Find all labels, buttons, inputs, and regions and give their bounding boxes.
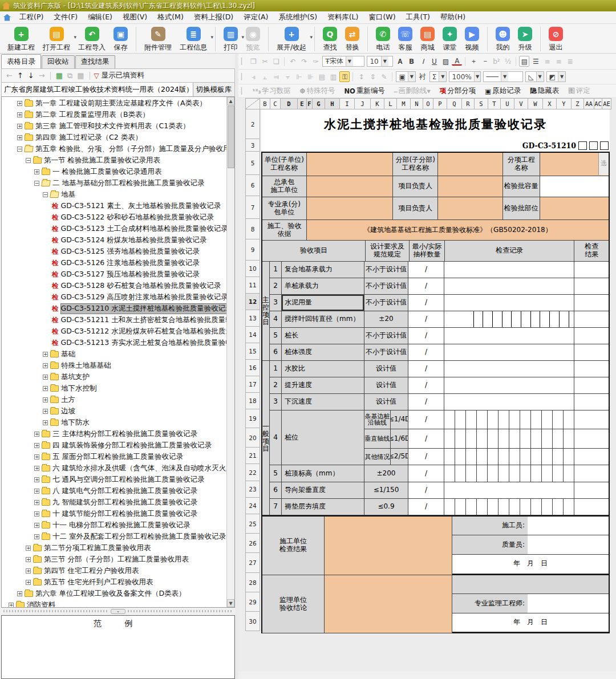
menu-item-评定A[interactable]: 评定(A) [238,11,273,23]
record-box-cell[interactable] [477,499,488,515]
dropdown-arrow-icon[interactable]: ▾ [210,34,213,40]
line-spacing-icon[interactable]: ⇕ [367,71,378,82]
align-justify-icon[interactable]: ≣ [565,56,575,67]
row-header-19[interactable]: 19 [245,409,260,428]
column-header-C[interactable]: C [270,98,281,109]
record-box-cell[interactable] [509,449,520,465]
info-value-cell[interactable] [540,197,609,220]
column-header-K[interactable]: K [371,98,384,109]
menu-item-帮助H[interactable]: 帮助(H) [435,11,471,23]
sample-cell[interactable]: / [408,449,444,465]
column-header-X[interactable]: X [543,98,557,109]
underline-icon[interactable]: U [429,56,439,67]
record-box-cell[interactable] [455,429,466,448]
project-info-button[interactable]: ≣工程信息▾ [176,25,211,53]
expand-collapse-button[interactable]: +展开/收起▾ [273,25,310,53]
record-box-cell[interactable] [509,465,520,482]
nav-up-icon[interactable]: ↑ [17,71,23,80]
tree-item[interactable]: +三 主体结构分部工程检验批施工质量验收记录 [2,428,228,440]
item-name-cell[interactable]: 下沉速度 [282,394,364,410]
sample-cell[interactable]: / [408,482,444,499]
sample-cell[interactable]: / [408,465,444,482]
expand-icon[interactable]: + [26,557,31,562]
item-no-cell[interactable]: 4 [270,311,282,328]
tree-item[interactable]: +四 建筑装饰装修分部工程检验批施工质量验收记录 [2,440,228,451]
result-cell[interactable] [574,429,609,449]
row-header-20[interactable]: 20 [245,428,260,448]
code-checkbox[interactable] [589,141,598,150]
tree-item[interactable]: 检GD-C3-5125 强夯地基检验批质量验收记录 [2,246,228,257]
dropdown-arrow-icon[interactable]: ▾ [310,34,313,40]
pattern-icon[interactable]: 衬 [418,71,428,82]
replace-button[interactable]: ⇄替换 [341,25,363,53]
record-box-cell[interactable] [520,465,531,482]
row-header-3[interactable]: 3 [245,139,260,152]
tree-item[interactable]: −第一节 检验批施工质量验收记录用表 [2,154,228,166]
column-header-AA[interactable]: AA [584,98,594,109]
cell-border-icon[interactable]: ▥ [328,71,338,82]
tree-item[interactable]: +一 检验批施工质量验收记录通用表 [2,166,228,177]
copy-icon[interactable]: ❐ [248,56,258,67]
record-box-cell[interactable] [466,449,477,465]
tree-item[interactable]: 检GD-C3-5123 土工合成材料地基检验批质量验收记录 [2,223,228,234]
record-cell[interactable] [444,361,574,377]
tree-item[interactable]: 检GD-C3-51212 水泥粉煤灰碎石桩复合地基检验批质量验收记录 [2,326,228,337]
cut-icon[interactable]: ✂ [260,56,270,67]
column-header-Y[interactable]: Y [557,98,572,109]
record-box-cell[interactable] [466,429,477,448]
tree-scrollbar[interactable]: ▲ ▼ [226,97,234,607]
column-header-I[interactable]: I [340,98,355,109]
column-header-AE[interactable]: AE [602,98,611,109]
row-header-24[interactable]: 24 [245,498,260,514]
item-name-cell[interactable]: 水泥用量 [282,295,364,311]
tree-item[interactable]: +基坑支护 [2,371,228,383]
sample-cell[interactable]: / [408,394,444,410]
bold-icon[interactable]: B [406,56,416,67]
date-cell[interactable]: 年 月 日 [452,613,609,632]
tree-item[interactable]: +消防资料 [2,599,228,607]
tree-item[interactable]: −第五章 检验批、分项、分部（子分部）施工质量及分户验收用表（C3类表） [2,143,228,154]
format-painter-icon[interactable]: ✑ [310,56,321,67]
info-value-cell[interactable] [307,197,393,220]
item-name-cell[interactable]: 水胶比 [282,361,364,377]
tree-item[interactable]: +第三章 施工管理和技术文件资料用表（C1类表） [2,120,228,132]
font-color-icon[interactable]: A [452,58,462,66]
record-box-cell[interactable] [530,311,540,327]
row-header-27[interactable]: 27 [245,553,260,573]
result-cell[interactable] [574,377,609,394]
menu-item-系统维护S[interactable]: 系统维护(S) [273,11,322,23]
dropdown-arrow-icon[interactable]: ▼ [501,72,508,82]
record-box-cell[interactable] [542,410,553,429]
tree-item[interactable]: +第三节 分部（子分部）工程施工质量验收用表 [2,554,228,565]
split-right-icon[interactable]: ⫤ [271,71,281,82]
expand-icon[interactable]: + [43,352,48,357]
record-box-cell[interactable] [444,410,455,429]
column-header-J[interactable]: J [355,98,371,109]
item-no-cell[interactable]: 6 [270,482,282,499]
menu-item-格式M[interactable]: 格式(M) [152,11,189,23]
item-no-cell[interactable]: 5 [270,328,282,344]
tree-item[interactable]: +九 智能建筑分部工程检验批施工质量验收记录 [2,497,228,508]
collapse-icon[interactable]: − [26,158,31,163]
item-name-cell[interactable]: 桩体强度 [282,344,364,361]
scroll-thumb[interactable] [228,105,234,168]
nav-back-icon[interactable]: ← [6,71,13,80]
tree-item[interactable]: +十一 电梯分部工程检验批施工质量验收记录 [2,519,228,531]
tree-item[interactable]: 检GD-C3-5127 预压地基检验批质量验收记录 [2,269,228,280]
row-header-12[interactable]: 12 [245,294,260,310]
row-header-18[interactable]: 18 [245,393,260,409]
tree-item[interactable]: −地基 [2,189,228,200]
column-header-D[interactable]: D [281,98,298,109]
show-filled-filter[interactable]: 显示已填资料 [102,71,144,80]
upgrade-button[interactable]: ➤升级 [514,25,536,53]
record-box-cell[interactable] [553,410,564,429]
record-box-cell[interactable] [499,465,509,482]
info-value-cell[interactable] [438,176,502,197]
item-name-cell[interactable]: 提升速度 [282,377,364,394]
item-no-cell[interactable]: 6 [270,344,282,361]
tree-item[interactable]: 检GD-C3-5129 高压喷射注浆地基检验批质量验收记录 [2,291,228,303]
item-no-cell[interactable]: 3 [270,394,282,410]
row-header-26[interactable]: 26 [245,534,260,553]
renumber-button[interactable]: NO重新编号 [344,86,384,96]
expand-icon[interactable]: + [43,386,48,391]
